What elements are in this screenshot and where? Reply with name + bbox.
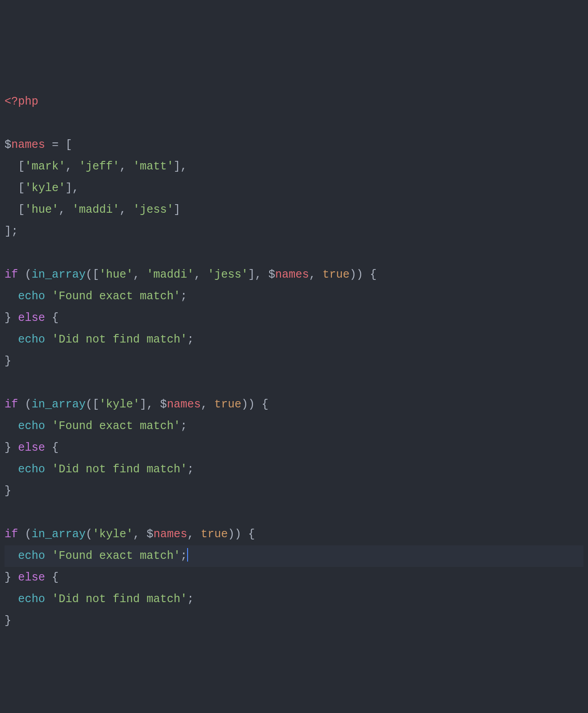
code-line-16: echo 'Found exact match';	[5, 416, 583, 437]
code-line-21: if (in_array('kyle', $names, true)) {	[5, 524, 583, 545]
code-line-13: }	[5, 351, 583, 372]
code-line-25: }	[5, 610, 583, 632]
code-editor[interactable]: <?php $names = [ ['mark', 'jeff', 'matt'…	[5, 91, 583, 632]
code-line-9: if (in_array(['hue', 'maddi', 'jess'], $…	[5, 264, 583, 286]
code-line-20	[5, 502, 583, 524]
code-line-3: $names = [	[5, 134, 583, 156]
code-line-14	[5, 372, 583, 394]
code-line-7: ];	[5, 221, 583, 242]
code-line-11: } else {	[5, 307, 583, 329]
code-line-23: } else {	[5, 567, 583, 589]
code-line-5: ['kyle'],	[5, 178, 583, 199]
text-cursor	[187, 548, 188, 562]
code-line-19: }	[5, 480, 583, 502]
code-line-22-active: echo 'Found exact match';	[5, 545, 583, 567]
code-line-8	[5, 242, 583, 264]
code-line-1: <?php	[5, 91, 583, 113]
code-line-12: echo 'Did not find match';	[5, 329, 583, 351]
code-line-18: echo 'Did not find match';	[5, 459, 583, 480]
code-line-17: } else {	[5, 437, 583, 459]
code-line-6: ['hue', 'maddi', 'jess']	[5, 199, 583, 221]
code-line-15: if (in_array(['kyle'], $names, true)) {	[5, 394, 583, 416]
php-open-tag: <?php	[5, 95, 38, 108]
code-line-10: echo 'Found exact match';	[5, 286, 583, 307]
code-line-4: ['mark', 'jeff', 'matt'],	[5, 156, 583, 178]
code-line-2	[5, 113, 583, 134]
code-line-24: echo 'Did not find match';	[5, 589, 583, 610]
